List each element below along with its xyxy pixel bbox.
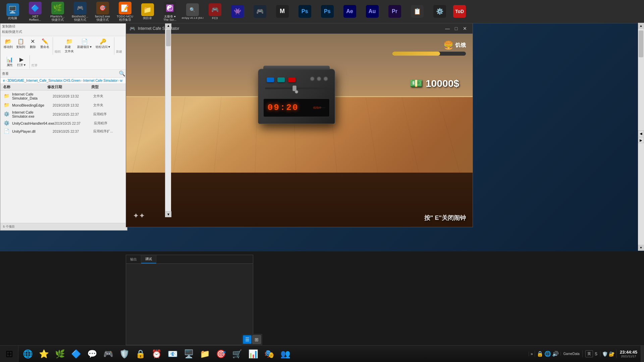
table-row[interactable]: ⚙️ UnityCrashHandler64.exe 2019/10/25 22… xyxy=(1,119,126,127)
scroll-up-arrow[interactable]: ▲ xyxy=(165,23,171,29)
table-row[interactable]: 📁 Internet Cafe Simulator_Data 2019/10/2… xyxy=(1,91,126,101)
lang-toggle-button[interactable]: 英 xyxy=(585,350,593,357)
top-icon-dnspy[interactable]: 🔍 dnSpy v6.1.8 (64-bit, .NET, 管理员) xyxy=(181,0,203,23)
top-icon-steam[interactable]: 🎮 xyxy=(249,0,271,23)
maximize-button[interactable]: □ xyxy=(452,24,461,33)
breadcrumb-part-w[interactable]: w xyxy=(120,79,122,82)
col-header-name[interactable]: 名称 xyxy=(3,84,47,89)
top-icon-dir[interactable]: 📁 倒目录 xyxy=(137,0,158,23)
game-viewport[interactable]: 09:20 ·线电钟····· 🍔 饥饿 xyxy=(126,34,473,227)
taskbar-shield[interactable]: 🛡️ xyxy=(117,347,132,361)
show-desktop-button[interactable] xyxy=(641,346,644,362)
taskbar-game3[interactable]: 🎮 xyxy=(101,347,116,361)
fe-new-item-btn[interactable]: 📄 新建项目▼ xyxy=(75,37,94,55)
taskbar-360safe[interactable]: 🔷 xyxy=(68,347,84,361)
main-scroll-down[interactable]: ▼ xyxy=(638,245,644,251)
exe-icon: ⚙️ xyxy=(4,111,10,117)
shop-icon: 🛒 xyxy=(232,349,242,359)
fe-new-folder-btn[interactable]: 📁 新建文件夹 xyxy=(63,37,75,55)
tray-icon-volume[interactable]: 🔊 xyxy=(552,351,559,357)
taskbar-fun[interactable]: 🎭 xyxy=(262,347,277,361)
taskbar-ie[interactable]: 🌐 xyxy=(20,347,36,361)
top-icon-net-reflect[interactable]: 🔷 .NETReflect... xyxy=(24,0,46,23)
top-icon-game1[interactable]: 👾 xyxy=(226,0,248,23)
side-arrow-down[interactable]: ▶ xyxy=(638,137,644,143)
top-icon-farcry[interactable]: 🎯 farcry2.exe快捷方式 xyxy=(92,0,113,23)
table-row[interactable]: 📄 UnityPlayer.dll 2019/10/25 22:37 应用程序扩… xyxy=(1,127,126,135)
view-toggle-list[interactable]: ☰ xyxy=(243,335,252,344)
top-icon-ae[interactable]: Ae xyxy=(339,0,361,23)
sec-icon-2[interactable]: 🔐 xyxy=(609,351,614,357)
table-row[interactable]: ⚙️ Internet Cafe Simulator.exe 2019/10/2… xyxy=(1,109,126,119)
fe-open-btn[interactable]: ▶ 打开▼ xyxy=(15,55,28,68)
top-icon-ps2[interactable]: Ps xyxy=(316,0,338,23)
top-icon-tod[interactable]: ToD xyxy=(451,0,468,23)
fe-easy-access-btn[interactable]: 🔑 轻松访问▼ xyxy=(94,37,112,55)
breadcrumb-part-e[interactable]: e xyxy=(3,79,5,82)
taskbar-shop[interactable]: 🛒 xyxy=(229,347,245,361)
top-icon-sys[interactable]: ⚙️ xyxy=(429,0,450,23)
bottom-tab-1[interactable]: 输出 xyxy=(126,255,141,263)
top-icon-ps[interactable]: Ps xyxy=(294,0,316,23)
breadcrumb-part-ics[interactable]: Internet Cafe Simulator xyxy=(83,79,118,82)
top-icon-bioshock[interactable]: 🎮 Bioshock2...快捷方式 xyxy=(69,0,91,23)
top-icon-pr[interactable]: Pr xyxy=(384,0,406,23)
taskbar-360[interactable]: ⭐ xyxy=(36,347,52,361)
top-icon-taichi[interactable]: ☯️ 太极卷 ●The Scr... xyxy=(159,0,181,23)
taskbar-screen[interactable]: 🖥️ xyxy=(181,347,197,361)
main-right-scrollbar[interactable]: ▲ ▼ ◀ ▶ xyxy=(638,23,644,251)
col-header-type[interactable]: 类型 xyxy=(91,84,124,89)
scroll-down-arrow[interactable]: ▼ xyxy=(165,211,171,217)
dll-icon: 📄 xyxy=(4,128,10,134)
close-button[interactable]: ✕ xyxy=(461,24,469,33)
top-icon-plants-label: PlantsVs...快捷方式 xyxy=(50,15,65,22)
col-header-date[interactable]: 修改日期 xyxy=(47,84,92,89)
taskbar-clock[interactable]: ⏰ xyxy=(149,347,164,361)
tray-icon-lock[interactable]: 🔒 xyxy=(537,351,543,357)
taskbar-top: 🖥️ 此电脑 🔷 .NETReflect... 🌿 PlantsVs...快捷方… xyxy=(0,0,644,23)
minimize-button[interactable]: — xyxy=(443,24,452,33)
clock-widget[interactable]: 23:44:45 2021/11/17 xyxy=(616,350,641,358)
scrollbar-thumb[interactable] xyxy=(166,29,171,46)
top-icon-fc3[interactable]: 🎮 FC3 xyxy=(204,0,226,23)
taskbar-chrome[interactable]: 🌿 xyxy=(52,347,68,361)
taskbar-stats[interactable]: 📊 xyxy=(246,347,261,361)
table-row[interactable]: 📁 MonoBleedingEdge 2019/10/28 13:32 文件夹 xyxy=(1,101,126,109)
taskbar-people[interactable]: 👥 xyxy=(278,347,293,361)
top-icon-plants[interactable]: 🌿 PlantsVs...快捷方式 xyxy=(47,0,68,23)
main-scrollbar-thumb[interactable] xyxy=(639,31,643,57)
top-icon-this-pc[interactable]: 🖥️ 此电脑 xyxy=(2,0,23,23)
top-icon-todo[interactable]: 📝 TODO MCU程序集导 xyxy=(114,0,136,23)
tray-expand-btn[interactable]: » xyxy=(529,352,535,356)
top-icon-au[interactable]: Au xyxy=(361,0,383,23)
taskbar-files[interactable]: 📁 xyxy=(197,347,213,361)
taskbar-target[interactable]: 🎯 xyxy=(213,347,229,361)
top-icon-mta[interactable]: M xyxy=(271,0,293,23)
stats-icon: 📊 xyxy=(248,349,258,359)
breadcrumb-part-3dm[interactable]: 3DMGAME_Internet_Cafe_Simulator.CHS.Gree… xyxy=(7,79,80,82)
top-icon-dir-label: 倒目录 xyxy=(143,17,152,20)
taskbar-wechat[interactable]: 💬 xyxy=(85,347,100,361)
fe-copy-to-btn[interactable]: 📋 复制到 xyxy=(14,37,27,55)
start-button[interactable]: ⊞ xyxy=(0,346,18,362)
sec-icon-1[interactable]: 🛡️ xyxy=(602,351,608,357)
fe-search-icon[interactable]: 🔍 xyxy=(119,70,125,77)
top-icon-farcry-label: farcry2.exe快捷方式 xyxy=(95,15,110,22)
taskbar-mail[interactable]: 📧 xyxy=(165,347,180,361)
file-date-2: 2019/10/25 22:37 xyxy=(53,113,93,116)
view-toggle-grid[interactable]: ⊞ xyxy=(252,335,261,344)
side-arrow-up[interactable]: ◀ xyxy=(638,130,644,136)
bottom-tab-2[interactable]: 调试 xyxy=(141,255,156,263)
fe-move-to-btn[interactable]: 📂 移动到 xyxy=(2,37,14,55)
top-icon-clip[interactable]: 📋 xyxy=(406,0,428,23)
main-scroll-up[interactable]: ▲ xyxy=(638,23,644,29)
clock-top-ridge xyxy=(263,66,330,70)
fe-rename-btn[interactable]: ✏️ 重命名 xyxy=(39,37,51,55)
tray-icons-group: 🔒 🌐 🔊 xyxy=(535,351,560,357)
shield-icon: 🛡️ xyxy=(119,349,129,359)
fe-delete-btn[interactable]: ✕ 删除 xyxy=(27,37,39,55)
right-scrollbar[interactable]: ▲ ▼ xyxy=(165,23,171,217)
fe-properties-btn[interactable]: 📊 属性 xyxy=(4,55,15,68)
taskbar-lock[interactable]: 🔒 xyxy=(133,347,148,361)
tray-icon-network[interactable]: 🌐 xyxy=(544,351,551,357)
